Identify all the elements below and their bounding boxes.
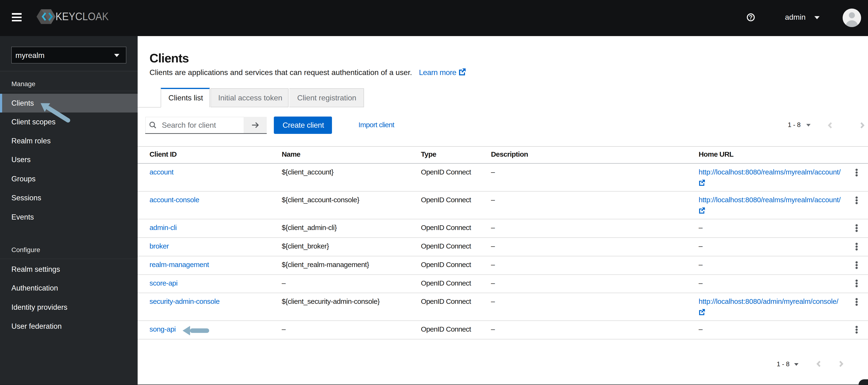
svg-text:KEYCLOAK: KEYCLOAK (56, 10, 109, 23)
svg-text:?: ? (749, 14, 752, 21)
